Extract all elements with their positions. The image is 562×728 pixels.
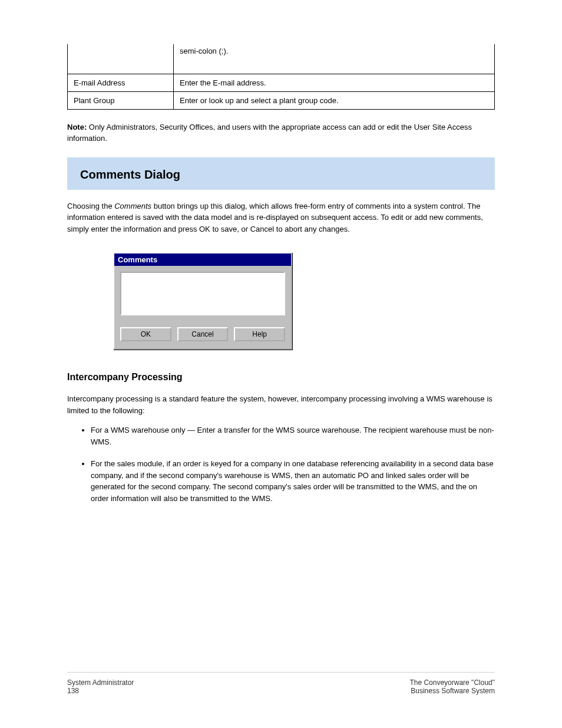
intercompany-heading: Intercompany Processing	[67, 372, 495, 383]
intercompany-intro: Intercompany processing is a standard fe…	[67, 393, 495, 416]
page-footer: System Administrator 138 The Conveyorwar…	[67, 672, 495, 695]
note-body: Only Administrators, Security Offices, a…	[67, 123, 472, 143]
comments-dialog: Comments OK Cancel Help	[113, 252, 292, 350]
cell-value: Enter the E-mail address.	[174, 74, 495, 91]
comments-intro-paragraph: Choosing the Comments button brings up t…	[67, 200, 495, 235]
ok-button[interactable]: OK	[120, 327, 171, 341]
table-row: E-mail Address Enter the E-mail address.	[68, 74, 495, 91]
table-row: semi-colon (;).	[68, 44, 495, 74]
list-item: For a WMS warehouse only — Enter a trans…	[91, 424, 495, 447]
list-item: For the sales module, if an order is key…	[91, 458, 495, 504]
footer-right-line2: Business Software System	[409, 687, 495, 695]
banner-title: Comments Dialog	[80, 168, 482, 182]
dialog-titlebar: Comments	[114, 253, 291, 266]
cell-value: Enter or look up and select a plant grou…	[174, 91, 495, 109]
cell-label	[68, 44, 174, 74]
intercompany-list: For a WMS warehouse only — Enter a trans…	[91, 424, 495, 504]
comments-textarea[interactable]	[120, 272, 285, 315]
footer-left-title: System Administrator	[67, 678, 134, 687]
table-row: Plant Group Enter or look up and select …	[68, 91, 495, 109]
para1-prefix: Choosing the	[67, 202, 114, 210]
note-paragraph: Note: Only Administrators, Security Offi…	[67, 121, 495, 144]
cell-label: E-mail Address	[68, 74, 174, 91]
cell-value: semi-colon (;).	[174, 44, 495, 74]
footer-right-line1: The Conveyorware "Cloud"	[409, 678, 495, 687]
section-banner: Comments Dialog	[67, 157, 495, 190]
cell-label: Plant Group	[68, 91, 174, 109]
para1-italic: Comments	[114, 202, 151, 210]
cancel-button[interactable]: Cancel	[177, 327, 229, 341]
page-number: 138	[67, 687, 134, 695]
note-prefix: Note:	[67, 123, 87, 131]
user-site-access-table: semi-colon (;). E-mail Address Enter the…	[67, 44, 495, 110]
help-button[interactable]: Help	[234, 327, 285, 341]
